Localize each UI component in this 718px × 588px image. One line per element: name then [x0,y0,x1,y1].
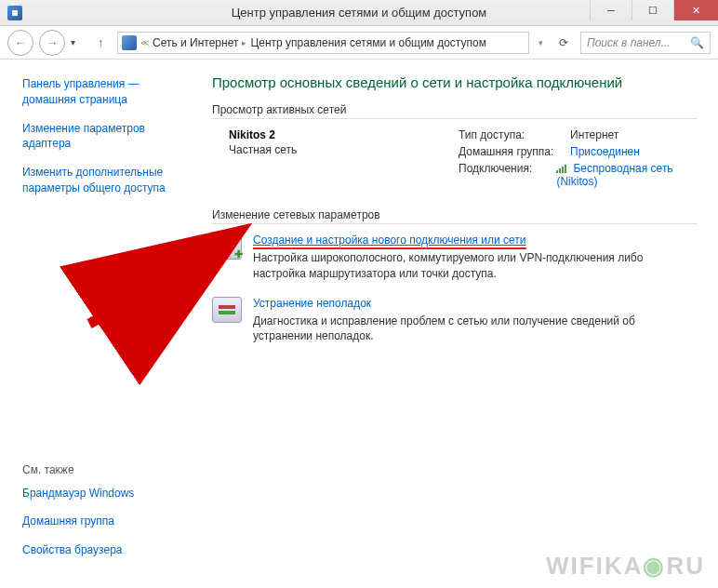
history-dropdown-icon[interactable]: ▾ [71,37,84,47]
change-settings-heading: Изменение сетевых параметров [212,208,698,224]
task-troubleshoot: Устранение неполадок Диагностика и испра… [212,297,698,345]
sidebar-link-adapter[interactable]: Изменение параметров адаптера [22,121,184,153]
homegroup-label: Домашняя группа: [459,145,570,158]
watermark: WIFIKA◉RU [546,552,705,581]
up-button[interactable]: ↑ [89,32,112,54]
network-details: Тип доступа: Интернет Домашняя группа: П… [459,128,698,192]
titlebar: Центр управления сетями и общим доступом… [0,0,718,26]
create-connection-desc: Настройка широкополосного, коммутируемог… [253,250,698,282]
minimize-button[interactable]: ─ [590,0,632,20]
access-label: Тип доступа: [459,128,570,141]
back-button[interactable]: ← [7,30,33,56]
task-create-connection: Создание и настройка нового подключения … [212,234,698,282]
network-type: Частная сеть [229,143,459,156]
app-icon [7,6,22,20]
navbar: ← → ▾ ↑ ≪ Сеть и Интернет ▸ Центр управл… [0,26,718,60]
sidebar-link-browser[interactable]: Свойства браузера [22,542,134,558]
refresh-button[interactable]: ⟳ [552,32,575,54]
network-row: Nikitos 2 Частная сеть Тип доступа: Инте… [212,128,698,192]
chevron-icon: ≪ [140,38,149,47]
troubleshoot-desc: Диагностика и исправление проблем с сеть… [253,314,698,345]
troubleshoot-link[interactable]: Устранение неполадок [253,297,371,310]
sidebar-bottom: См. также Брандмауэр Windows Домашняя гр… [22,463,134,571]
chevron-right-icon: ▸ [242,38,246,47]
sidebar-link-sharing[interactable]: Изменить дополнительные параметры общего… [22,165,184,196]
maximize-button[interactable]: ☐ [632,0,673,20]
chevron-down-icon[interactable]: ▾ [538,38,543,47]
active-networks-heading: Просмотр активных сетей [212,103,698,119]
main-panel: Просмотр основных сведений о сети и наст… [195,60,718,588]
create-connection-link[interactable]: Создание и настройка нового подключения … [253,234,526,249]
sidebar: Панель управления — домашняя страница Из… [0,60,195,588]
homegroup-link[interactable]: Присоединен [570,145,640,158]
window-controls: ─ ☐ ✕ [590,0,718,25]
sidebar-link-firewall[interactable]: Брандмауэр Windows [22,486,134,501]
forward-button[interactable]: → [39,30,65,56]
breadcrumb[interactable]: ≪ Сеть и Интернет ▸ Центр управления сет… [117,32,529,54]
troubleshoot-icon [212,297,242,323]
page-title: Просмотр основных сведений о сети и наст… [212,74,698,90]
network-name: Nikitos 2 [229,128,459,141]
new-connection-icon [212,234,242,260]
access-value: Интернет [570,128,618,141]
wifi-signal-icon [556,164,569,173]
connections-label: Подключения: [459,162,556,188]
window-title: Центр управления сетями и общим доступом [232,6,487,20]
see-also-heading: См. также [22,463,134,476]
network-info: Nikitos 2 Частная сеть [212,128,459,192]
search-input[interactable]: Поиск в панел... 🔍 [580,32,711,54]
connection-link[interactable]: Беспроводная сеть (Nikitos) [556,162,698,188]
sidebar-link-home[interactable]: Панель управления — домашняя страница [22,76,184,108]
breadcrumb-item[interactable]: Центр управления сетями и общим доступом [250,36,486,49]
search-placeholder: Поиск в панел... [587,36,671,49]
breadcrumb-item[interactable]: Сеть и Интернет [153,36,238,49]
content-area: Панель управления — домашняя страница Из… [0,60,718,588]
sidebar-link-homegroup[interactable]: Домашняя группа [22,514,134,529]
network-icon [122,35,137,50]
close-button[interactable]: ✕ [673,0,718,20]
search-icon: 🔍 [690,36,704,49]
